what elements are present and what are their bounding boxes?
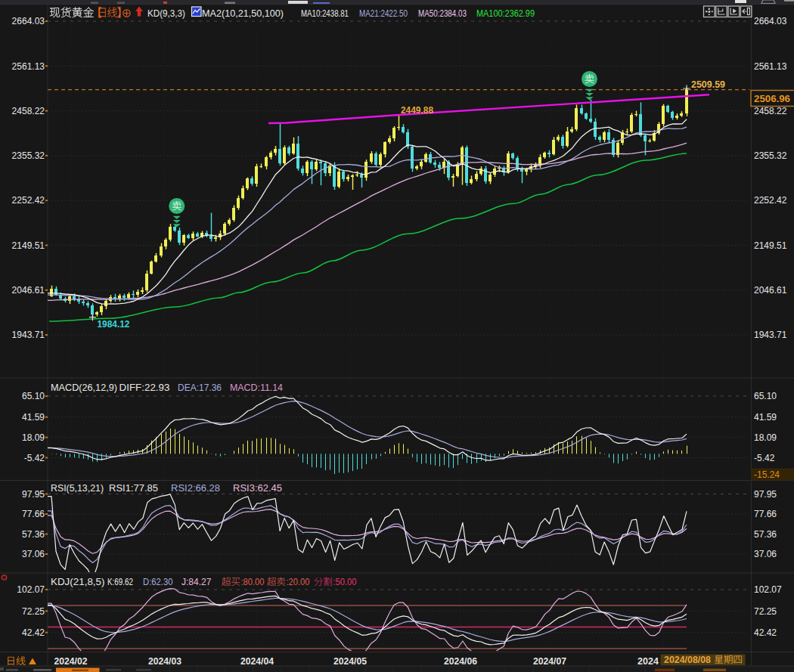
svg-text:2149.51: 2149.51 [754, 240, 787, 251]
svg-text:MA10:2438.81: MA10:2438.81 [301, 8, 349, 19]
svg-text:RSI3:62.45: RSI3:62.45 [233, 483, 282, 494]
svg-text:RSI(5,13,21): RSI(5,13,21) [51, 483, 104, 494]
svg-text:18.09: 18.09 [22, 432, 45, 443]
svg-text:KDJ(21,8,5): KDJ(21,8,5) [51, 577, 105, 587]
svg-text:41.59: 41.59 [22, 412, 45, 423]
svg-text:2024/07: 2024/07 [533, 656, 566, 667]
svg-text:2024/04: 2024/04 [240, 656, 274, 667]
svg-text:57.36: 57.36 [22, 529, 45, 540]
svg-text:2252.42: 2252.42 [754, 195, 787, 206]
svg-text:2449.88: 2449.88 [401, 104, 433, 116]
svg-text:DIFF:22.93: DIFF:22.93 [119, 382, 170, 393]
svg-text:72.25: 72.25 [754, 606, 777, 617]
svg-text:77.66: 77.66 [754, 509, 777, 519]
svg-text::20.00: :20.00 [287, 577, 310, 587]
svg-text:102.07: 102.07 [754, 584, 782, 595]
svg-text:2664.03: 2664.03 [754, 16, 787, 26]
svg-text:57.36: 57.36 [754, 529, 777, 540]
svg-text:2509.59: 2509.59 [691, 79, 725, 90]
svg-text:-15.24: -15.24 [754, 469, 780, 480]
svg-text:D:62.30: D:62.30 [143, 577, 173, 587]
svg-text:37.06: 37.06 [754, 549, 777, 559]
svg-text:2252.42: 2252.42 [12, 195, 45, 206]
svg-text:MA50:2384.03: MA50:2384.03 [418, 8, 467, 19]
svg-text:MA100:2362.99: MA100:2362.99 [476, 8, 535, 19]
svg-text:77.66: 77.66 [22, 509, 45, 519]
svg-text:2458.22: 2458.22 [754, 106, 787, 116]
svg-text:1984.12: 1984.12 [98, 318, 130, 330]
svg-text:-5.42: -5.42 [24, 453, 45, 463]
svg-text:RSI1:77.85: RSI1:77.85 [109, 483, 158, 494]
svg-text::80.00: :80.00 [241, 577, 265, 587]
svg-text:2664.03: 2664.03 [12, 16, 45, 26]
svg-text:K:69.62: K:69.62 [107, 577, 133, 587]
svg-text:DEA:17.36: DEA:17.36 [178, 382, 222, 393]
svg-text:72.25: 72.25 [22, 606, 45, 617]
svg-text:2355.32: 2355.32 [12, 150, 45, 161]
svg-text:2561.13: 2561.13 [754, 61, 787, 72]
svg-text:2355.32: 2355.32 [754, 150, 787, 161]
svg-text:J:84.27: J:84.27 [181, 577, 212, 587]
svg-text:1943.71: 1943.71 [12, 330, 45, 340]
svg-text::50.00: :50.00 [333, 577, 357, 587]
svg-text:2024/02: 2024/02 [54, 656, 88, 667]
svg-text:97.95: 97.95 [22, 489, 45, 500]
svg-text:42.42: 42.42 [754, 627, 777, 638]
svg-text:1943.71: 1943.71 [754, 330, 787, 340]
svg-text:18.09: 18.09 [754, 432, 777, 443]
svg-text:2506.96: 2506.96 [754, 93, 790, 104]
svg-text:2024: 2024 [637, 656, 659, 667]
svg-text:MA21:2422.50: MA21:2422.50 [359, 8, 408, 19]
svg-text:2024/03: 2024/03 [148, 656, 181, 667]
svg-text:102.07: 102.07 [17, 584, 45, 595]
svg-text:KD(9,3,3): KD(9,3,3) [147, 8, 185, 19]
svg-text:2024/05: 2024/05 [333, 656, 367, 667]
svg-text:42.42: 42.42 [22, 627, 45, 638]
svg-text:97.95: 97.95 [754, 489, 777, 500]
svg-text:2458.22: 2458.22 [12, 106, 45, 116]
svg-text:MA2(10,21,50,100): MA2(10,21,50,100) [202, 8, 284, 19]
svg-text:41.59: 41.59 [754, 412, 777, 423]
svg-text:2024/06: 2024/06 [444, 656, 477, 667]
svg-text:MACD:11.14: MACD:11.14 [230, 382, 283, 393]
svg-text:MACD(26,12,9): MACD(26,12,9) [51, 382, 117, 393]
svg-text:37.06: 37.06 [22, 549, 45, 559]
svg-text:65.10: 65.10 [754, 391, 777, 401]
svg-text:-5.42: -5.42 [754, 453, 775, 463]
svg-text:2024/08/08: 2024/08/08 [664, 655, 711, 665]
svg-text:RSI2:66.28: RSI2:66.28 [171, 483, 220, 494]
svg-text:65.10: 65.10 [22, 391, 45, 401]
svg-text:2561.13: 2561.13 [12, 61, 45, 72]
svg-text:2046.61: 2046.61 [12, 285, 45, 296]
svg-text:2046.61: 2046.61 [754, 285, 787, 296]
svg-text:2149.51: 2149.51 [12, 240, 45, 251]
